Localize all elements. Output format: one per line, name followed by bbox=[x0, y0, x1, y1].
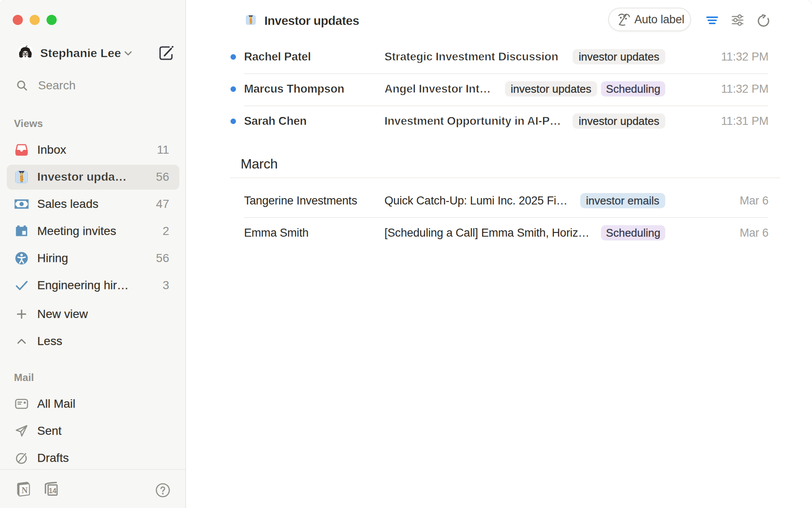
svg-text:N: N bbox=[22, 486, 28, 495]
svg-text:14: 14 bbox=[49, 487, 56, 494]
